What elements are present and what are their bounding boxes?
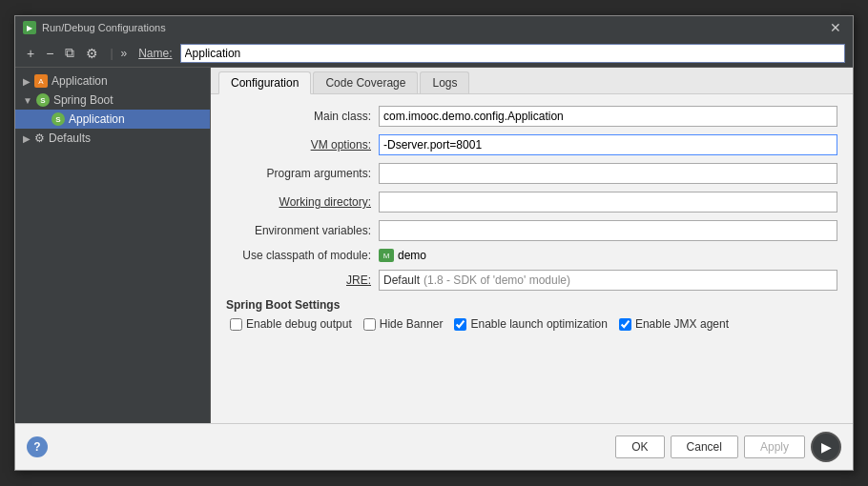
settings-config-button[interactable]: ⚙ [82, 44, 102, 63]
launch-optimization-label: Enable launch optimization [470, 317, 607, 331]
jre-row: JRE: Default (1.8 - SDK of 'demo' module… [226, 270, 837, 291]
main-class-row: Main class: [226, 106, 837, 127]
classpath-row: Use classpath of module: M demo [226, 249, 837, 262]
debug-output-checkbox[interactable] [230, 318, 242, 331]
classpath-value-container: M demo [379, 249, 426, 262]
dialog-icon: ▶ [23, 21, 36, 34]
jre-suffix: (1.8 - SDK of 'demo' module) [424, 273, 570, 287]
apply-button[interactable]: Apply [744, 435, 805, 458]
sidebar-item-spring-boot[interactable]: ▼ S Spring Boot [15, 91, 210, 110]
app-child-icon: S [52, 112, 65, 126]
toolbar: + − ⧉ ⚙ | » Name: [15, 39, 853, 68]
module-icon: M [379, 249, 394, 262]
content-area: ▶ A Application ▼ S Spring Boot S Applic… [15, 68, 853, 423]
help-button[interactable]: ? [27, 436, 48, 457]
checkboxes-row: Enable debug output Hide Banner Enable l… [230, 317, 837, 331]
spring-boot-settings-title: Spring Boot Settings [226, 298, 837, 312]
env-vars-row: Environment variables: [226, 220, 837, 241]
chevron-right-icon: ▶ [23, 76, 31, 87]
remove-config-button[interactable]: − [42, 44, 57, 63]
chevron-right-icon: ▶ [23, 133, 31, 144]
working-dir-label: Working directory: [226, 195, 379, 209]
name-input[interactable] [180, 44, 845, 63]
vm-options-input[interactable] [379, 134, 837, 155]
jre-value: Default [383, 273, 420, 287]
classpath-value: demo [398, 249, 426, 262]
bottom-bar: ? OK Cancel Apply ▶ [15, 423, 853, 470]
tab-configuration[interactable]: Configuration [218, 71, 311, 94]
copy-config-button[interactable]: ⧉ [61, 43, 78, 63]
tab-logs[interactable]: Logs [420, 71, 469, 93]
toolbar-arrow: » [121, 47, 128, 60]
sidebar-item-label: Defaults [49, 132, 91, 145]
program-args-row: Program arguments: [226, 163, 837, 184]
springboot-icon: S [36, 93, 50, 107]
toolbar-separator: | [110, 47, 113, 60]
ok-button[interactable]: OK [615, 435, 664, 458]
sidebar-item-label: Application [69, 112, 125, 126]
name-label: Name: [138, 47, 172, 60]
bottom-left: ? [27, 436, 48, 457]
defaults-icon: ⚙ [34, 132, 45, 145]
run-debug-dialog: ▶ Run/Debug Configurations ✕ + − ⧉ ⚙ | »… [14, 15, 854, 471]
env-vars-input[interactable] [379, 220, 837, 241]
main-class-input[interactable] [379, 106, 837, 127]
checkbox-hide-banner[interactable]: Hide Banner [363, 317, 444, 331]
run-button[interactable]: ▶ [811, 432, 841, 462]
sidebar: ▶ A Application ▼ S Spring Boot S Applic… [15, 68, 211, 423]
configuration-form: Main class: VM options: Program argument… [211, 94, 853, 423]
sidebar-item-label: Application [52, 74, 108, 88]
main-class-label: Main class: [226, 110, 379, 123]
application-folder-icon: A [34, 74, 48, 88]
title-bar: ▶ Run/Debug Configurations ✕ [15, 16, 853, 39]
sidebar-item-application-child[interactable]: S Application [15, 110, 210, 129]
env-vars-label: Environment variables: [226, 224, 379, 237]
sidebar-item-defaults[interactable]: ▶ ⚙ Defaults [15, 129, 210, 148]
debug-output-label: Enable debug output [246, 317, 352, 331]
launch-optimization-checkbox[interactable] [454, 318, 466, 331]
vm-options-label: VM options: [226, 138, 379, 152]
jmx-agent-label: Enable JMX agent [635, 317, 729, 331]
jmx-agent-checkbox[interactable] [619, 318, 631, 331]
working-dir-row: Working directory: [226, 192, 837, 213]
checkbox-debug-output[interactable]: Enable debug output [230, 317, 352, 331]
program-args-input[interactable] [379, 163, 837, 184]
chevron-down-icon: ▼ [23, 95, 32, 106]
classpath-label: Use classpath of module: [226, 249, 379, 262]
hide-banner-label: Hide Banner [380, 317, 444, 331]
program-args-label: Program arguments: [226, 167, 379, 180]
close-button[interactable]: ✕ [826, 20, 845, 35]
cancel-button[interactable]: Cancel [671, 435, 738, 458]
tab-code-coverage[interactable]: Code Coverage [313, 71, 418, 93]
hide-banner-checkbox[interactable] [363, 318, 376, 331]
title-bar-left: ▶ Run/Debug Configurations [23, 21, 166, 34]
working-dir-input[interactable] [379, 192, 837, 213]
checkbox-launch-optimization[interactable]: Enable launch optimization [454, 317, 607, 331]
dialog-title: Run/Debug Configurations [42, 22, 166, 33]
bottom-right: OK Cancel Apply ▶ [615, 432, 841, 462]
main-panel: Configuration Code Coverage Logs Main cl… [211, 68, 853, 423]
jre-label: JRE: [226, 273, 379, 287]
sidebar-item-application-root[interactable]: ▶ A Application [15, 71, 210, 91]
checkbox-jmx-agent[interactable]: Enable JMX agent [619, 317, 729, 331]
add-config-button[interactable]: + [23, 44, 38, 63]
vm-options-row: VM options: [226, 134, 837, 155]
tabs-bar: Configuration Code Coverage Logs [211, 68, 853, 94]
sidebar-item-label: Spring Boot [53, 93, 114, 107]
